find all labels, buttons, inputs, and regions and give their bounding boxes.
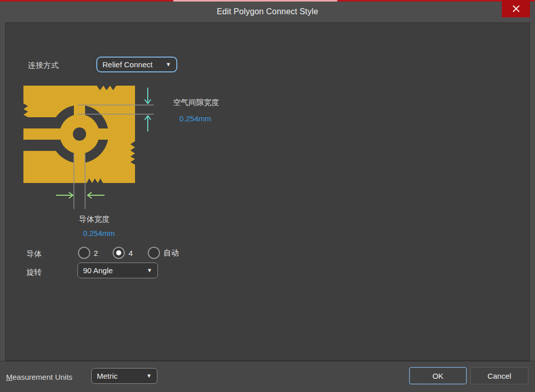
chevron-down-icon: ▼ bbox=[147, 268, 152, 273]
conductors-label: 导体 bbox=[26, 249, 42, 259]
air-gap-arrow-up bbox=[145, 116, 151, 132]
connect-type-dropdown[interactable]: Relief Connect ▼ bbox=[96, 57, 177, 72]
chevron-down-icon: ▼ bbox=[146, 373, 152, 379]
rotation-value: 90 Angle bbox=[83, 266, 113, 275]
radio-dot bbox=[116, 250, 121, 255]
pour-edge-notch-top bbox=[97, 86, 116, 90]
conductor-width-label: 导体宽度 bbox=[79, 215, 110, 224]
connect-type-value: Relief Connect bbox=[102, 60, 152, 69]
ok-button[interactable]: OK bbox=[409, 367, 467, 384]
polygon-connect-preview bbox=[20, 82, 163, 212]
close-icon bbox=[512, 5, 520, 13]
conductor-arrow-left bbox=[88, 192, 104, 198]
air-gap-label: 空气间隙宽度 bbox=[173, 98, 219, 108]
pour-edge-notch-bottom bbox=[87, 178, 103, 183]
measurement-units-value: Metric bbox=[97, 372, 118, 380]
pad-hole bbox=[73, 127, 86, 141]
measurement-units-label: Measurement Units bbox=[6, 373, 72, 381]
radio-dot bbox=[151, 250, 156, 255]
measurement-units-dropdown[interactable]: Metric ▼ bbox=[91, 368, 157, 384]
chevron-down-icon: ▼ bbox=[166, 62, 171, 67]
measurement-units-accel: M bbox=[6, 373, 13, 381]
radio-conductors-2[interactable] bbox=[78, 247, 90, 259]
radio-label-2: 2 bbox=[94, 249, 98, 257]
radio-conductors-auto[interactable] bbox=[148, 247, 160, 259]
conductor-arrow-right bbox=[56, 192, 73, 198]
air-gap-value[interactable]: 0.254mm bbox=[179, 114, 211, 123]
measurement-units-rest: easurement Units bbox=[13, 373, 73, 381]
cancel-button[interactable]: Cancel bbox=[470, 367, 528, 384]
air-gap-arrow-down bbox=[145, 88, 151, 103]
conductors-radio-group: 2 4 自动 bbox=[78, 247, 190, 259]
radio-label-4: 4 bbox=[128, 249, 132, 257]
rotation-label: 旋转 bbox=[26, 268, 42, 277]
conductor-width-value[interactable]: 0.254mm bbox=[83, 229, 115, 238]
close-button[interactable] bbox=[502, 0, 530, 17]
radio-dot bbox=[82, 250, 87, 255]
connect-type-label: 连接方式 bbox=[28, 61, 59, 70]
rotation-dropdown[interactable]: 90 Angle ▼ bbox=[77, 263, 158, 278]
radio-conductors-4[interactable] bbox=[113, 247, 125, 259]
radio-label-auto: 自动 bbox=[164, 248, 179, 258]
dialog-title: Edit Polygon Connect Style bbox=[0, 7, 535, 16]
